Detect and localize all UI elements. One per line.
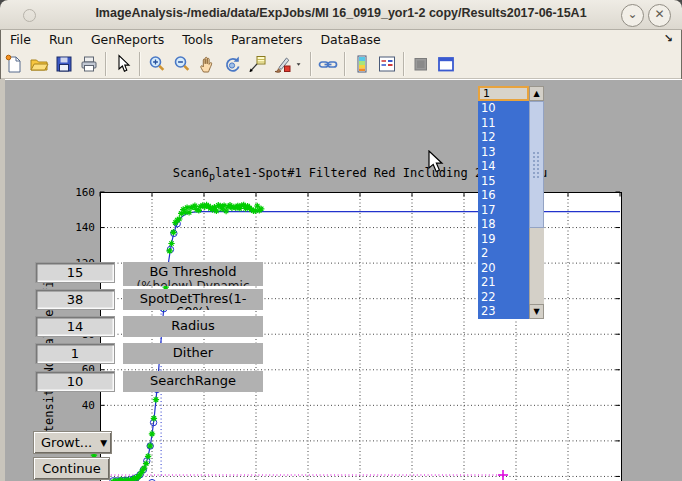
menubar: FileRunGenReportsToolsParametersDataBase… bbox=[1, 30, 681, 49]
spotdetthres-label: SpotDetThres(1-60%) bbox=[123, 289, 263, 310]
dropdown-item-23[interactable]: 23 bbox=[478, 304, 529, 319]
searchrange-input[interactable] bbox=[35, 371, 115, 392]
toolbar bbox=[1, 49, 681, 79]
dropdown-item-11[interactable]: 11 bbox=[478, 116, 529, 131]
scroll-down-icon[interactable]: ▼ bbox=[529, 304, 544, 319]
menu-item-genreports[interactable]: GenReports bbox=[82, 30, 173, 49]
dropdown-item-22[interactable]: 22 bbox=[478, 290, 529, 305]
window-title: ImageAnalysis-/media/data/ExpJobs/MI 16_… bbox=[0, 6, 682, 20]
menu-items: FileRunGenReportsToolsParametersDataBase bbox=[1, 30, 390, 49]
dock-arrow-icon[interactable]: ↘ bbox=[664, 32, 673, 45]
brush-icon[interactable] bbox=[270, 53, 294, 75]
titlebar: ImageAnalysis-/media/data/ExpJobs/MI 16_… bbox=[0, 0, 682, 30]
spotdetthres-input[interactable] bbox=[35, 289, 115, 310]
radius-label: Radius bbox=[123, 316, 263, 337]
menu-item-parameters[interactable]: Parameters bbox=[222, 30, 312, 49]
chevron-down-icon: ▼ bbox=[100, 438, 107, 448]
dropdown-item-2[interactable]: 2 bbox=[478, 246, 529, 261]
y-tick-160: 160 bbox=[61, 186, 95, 199]
scrollbar-track[interactable] bbox=[529, 228, 544, 304]
dropdown-item-16[interactable]: 16 bbox=[478, 188, 529, 203]
scroll-up-icon[interactable]: ▲ bbox=[529, 86, 544, 101]
link-plots-icon[interactable] bbox=[316, 53, 340, 75]
growth-dropdown-button[interactable]: Growt... ▼ bbox=[33, 431, 112, 454]
toolbar-separator bbox=[139, 52, 140, 76]
shade-button[interactable]: ⌄ bbox=[621, 4, 644, 27]
dropdown-item-10[interactable]: 10 bbox=[478, 101, 529, 116]
menu-item-tools[interactable]: Tools bbox=[173, 30, 222, 49]
zoom-in-icon[interactable] bbox=[145, 53, 169, 75]
insert-colorbar-icon[interactable] bbox=[350, 53, 374, 75]
toolbar-separator bbox=[105, 52, 106, 76]
dropdown-item-13[interactable]: 13 bbox=[478, 145, 529, 160]
insert-legend-icon[interactable] bbox=[375, 53, 399, 75]
new-document-icon[interactable] bbox=[2, 53, 26, 75]
figure-canvas: Scan6plate1-Spot#1 Filtered Red Includin… bbox=[0, 79, 682, 481]
menu-item-file[interactable]: File bbox=[1, 30, 40, 49]
dropdown-list: 10111213141516171819220212223 bbox=[478, 101, 529, 319]
print-icon[interactable] bbox=[77, 53, 101, 75]
dropdown-item-21[interactable]: 21 bbox=[478, 275, 529, 290]
y-tick-40: 40 bbox=[61, 399, 95, 412]
open-folder-icon[interactable] bbox=[27, 53, 51, 75]
dropdown-item-14[interactable]: 14 bbox=[478, 159, 529, 174]
toolbar-separator bbox=[310, 52, 311, 76]
bg-threshold-label: BG Threshold (%below) Dynamic bbox=[123, 262, 263, 286]
plot-title-pre: Scan6 bbox=[173, 166, 209, 180]
plot-tools-icon[interactable] bbox=[409, 53, 433, 75]
close-button[interactable]: ✕ bbox=[648, 4, 671, 27]
dropdown-item-15[interactable]: 15 bbox=[478, 174, 529, 189]
radius-input[interactable] bbox=[35, 316, 115, 337]
dropdown-item-19[interactable]: 19 bbox=[478, 232, 529, 247]
dropdown-item-20[interactable]: 20 bbox=[478, 261, 529, 276]
menu-item-run[interactable]: Run bbox=[40, 30, 82, 49]
dropdown-value[interactable]: 1 bbox=[478, 86, 529, 101]
dropdown-item-18[interactable]: 18 bbox=[478, 217, 529, 232]
brush-dropdown-icon[interactable] bbox=[295, 53, 306, 75]
bg-threshold-input[interactable] bbox=[35, 262, 115, 283]
dropdown-item-17[interactable]: 17 bbox=[478, 203, 529, 218]
dock-figure-icon[interactable] bbox=[434, 53, 458, 75]
y-tick-140: 140 bbox=[61, 221, 95, 234]
rotate-3d-icon[interactable] bbox=[220, 53, 244, 75]
save-icon[interactable] bbox=[52, 53, 76, 75]
zoom-out-icon[interactable] bbox=[170, 53, 194, 75]
growth-dropdown-label: Growt... bbox=[41, 435, 92, 450]
searchrange-label: SearchRange bbox=[123, 371, 263, 392]
data-cursor-icon[interactable] bbox=[245, 53, 269, 75]
dither-label: Dither bbox=[123, 343, 263, 364]
spot-number-dropdown: 1 ▲ 10111213141516171819220212223 ▼ bbox=[478, 86, 544, 319]
scrollbar-grip bbox=[532, 151, 541, 179]
dropdown-scrollbar: ▼ bbox=[529, 101, 544, 319]
continue-button[interactable]: Continue bbox=[33, 457, 110, 480]
pan-hand-icon[interactable] bbox=[195, 53, 219, 75]
dropdown-item-12[interactable]: 12 bbox=[478, 130, 529, 145]
toolbar-separator bbox=[403, 52, 404, 76]
dither-input[interactable] bbox=[35, 343, 115, 364]
bg-threshold-label-line2: (%below) Dynamic bbox=[123, 280, 263, 286]
scrollbar-thumb[interactable] bbox=[529, 101, 544, 228]
app-window: ImageAnalysis-/media/data/ExpJobs/MI 16_… bbox=[0, 0, 682, 481]
toolbar-separator bbox=[344, 52, 345, 76]
bg-threshold-label-text: BG Threshold bbox=[150, 264, 237, 279]
pointer-icon[interactable] bbox=[111, 53, 135, 75]
menu-item-database[interactable]: DataBase bbox=[311, 30, 389, 49]
